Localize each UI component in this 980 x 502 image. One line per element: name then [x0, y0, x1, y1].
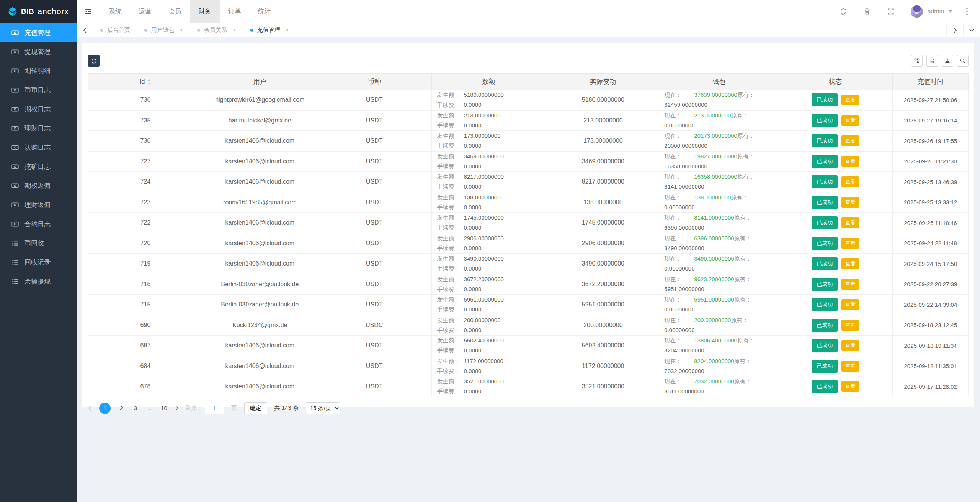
sidebar-item-finance-rebate[interactable]: 理财返佣: [0, 195, 77, 214]
sidebar-item-coin-recycle[interactable]: 币回收: [0, 233, 77, 253]
tab-close-icon[interactable]: ×: [286, 27, 289, 33]
view-button[interactable]: 查看: [841, 197, 859, 208]
column-header-id[interactable]: id: [88, 74, 203, 90]
logo-brand-name: anchorx: [38, 7, 69, 16]
status-badge[interactable]: 已成功: [812, 339, 838, 352]
status-badge[interactable]: 已成功: [812, 278, 838, 291]
status-badge[interactable]: 已成功: [812, 196, 838, 209]
view-button[interactable]: 查看: [841, 217, 859, 228]
column-header-wallet[interactable]: 钱包: [660, 74, 778, 90]
sidebar-item-transfer-detail[interactable]: 划转明细: [0, 61, 77, 80]
view-button[interactable]: 查看: [841, 320, 859, 331]
sidebar-item-mining-log[interactable]: 挖矿日志: [0, 157, 77, 176]
view-button[interactable]: 查看: [841, 361, 859, 372]
fee-label: 手续费：: [437, 286, 460, 292]
wallet-now-label: 现在：: [664, 254, 694, 264]
sidebar-item-recharge-manage[interactable]: 充值管理: [0, 23, 77, 42]
sidebar-item-withdraw-manage[interactable]: 提现管理: [0, 42, 77, 61]
columns-button[interactable]: [911, 55, 923, 67]
nav-item-system[interactable]: 系统: [100, 0, 130, 23]
page-number-1[interactable]: 1: [99, 403, 111, 414]
status-badge[interactable]: 已成功: [812, 298, 838, 311]
tab-close-icon[interactable]: ×: [180, 27, 183, 33]
nav-item-order[interactable]: 订单: [220, 0, 250, 23]
print-button[interactable]: [926, 55, 938, 67]
status-badge[interactable]: 已成功: [812, 360, 838, 373]
status-badge[interactable]: 已成功: [812, 155, 838, 168]
more-vertical-icon[interactable]: [964, 8, 970, 15]
search-button[interactable]: [957, 55, 969, 67]
nav-item-finance[interactable]: 财务: [190, 0, 220, 23]
tab-recharge-manage[interactable]: 充值管理×: [243, 23, 296, 37]
status-badge[interactable]: 已成功: [812, 134, 838, 147]
collapse-sidebar-button[interactable]: [77, 0, 100, 23]
tabs-scroll-left-button[interactable]: [77, 23, 93, 37]
status-badge[interactable]: 已成功: [812, 257, 838, 270]
status-badge[interactable]: 已成功: [812, 114, 838, 127]
fullscreen-icon[interactable]: [887, 8, 895, 15]
logo-cube-icon: [8, 7, 18, 16]
nav-item-operation[interactable]: 运营: [130, 0, 160, 23]
status-badge[interactable]: 已成功: [812, 175, 838, 188]
print-icon: [929, 58, 935, 64]
view-button[interactable]: 查看: [841, 115, 859, 126]
sidebar-item-option-rebate[interactable]: 期权返佣: [0, 176, 77, 195]
wallet-before-label: 原有：: [734, 235, 751, 241]
column-header-amount[interactable]: 数额: [431, 74, 546, 90]
tab-member-relation[interactable]: 会员关系×: [190, 23, 243, 37]
sidebar-item-option-log[interactable]: 期权日志: [0, 99, 77, 119]
page-number-2[interactable]: 2: [118, 405, 125, 411]
goto-page-input[interactable]: [205, 403, 224, 414]
tabs-scroll-right-button[interactable]: [946, 23, 963, 37]
view-button[interactable]: 查看: [841, 340, 859, 351]
tab-close-icon[interactable]: ×: [232, 27, 236, 33]
view-button[interactable]: 查看: [841, 176, 859, 187]
view-button[interactable]: 查看: [841, 381, 859, 392]
export-button[interactable]: [942, 55, 953, 67]
status-badge[interactable]: 已成功: [812, 237, 838, 250]
sidebar-item-finance-log[interactable]: 理财日志: [0, 119, 77, 138]
logo[interactable]: BiB anchorx: [0, 0, 77, 23]
sidebar-item-subscribe-log[interactable]: 认购日志: [0, 138, 77, 157]
user-menu[interactable]: admin: [911, 5, 952, 18]
status-badge[interactable]: 已成功: [812, 93, 838, 106]
view-button[interactable]: 查看: [841, 156, 859, 167]
view-button[interactable]: 查看: [841, 258, 859, 269]
view-button[interactable]: 查看: [841, 95, 859, 105]
nav-item-statistics[interactable]: 统计: [250, 0, 279, 23]
page-number-3[interactable]: 3: [132, 405, 139, 411]
view-button[interactable]: 查看: [841, 299, 859, 310]
page-prev-button[interactable]: [88, 406, 92, 411]
page-next-button[interactable]: [175, 406, 179, 411]
trash-icon[interactable]: [863, 8, 871, 15]
sidebar-item-spot-log[interactable]: 币币日志: [0, 80, 77, 99]
view-button[interactable]: 查看: [841, 238, 859, 249]
status-badge[interactable]: 已成功: [812, 216, 838, 229]
page-number-10[interactable]: 10: [161, 405, 168, 411]
nav-item-member[interactable]: 会员: [160, 0, 190, 23]
column-header-actual[interactable]: 实际变动: [546, 74, 660, 90]
confirm-button[interactable]: 确定: [244, 402, 267, 414]
amount-value: 3521.00000000: [464, 378, 504, 385]
sidebar-item-contract-log[interactable]: 合约日志: [0, 214, 77, 233]
status-badge[interactable]: 已成功: [812, 319, 838, 332]
banknote-icon: [11, 67, 19, 75]
page-size-select[interactable]: 15 条/页: [306, 402, 340, 414]
sidebar-item-balance-withdraw[interactable]: 余额提现: [0, 272, 77, 291]
column-header-coin[interactable]: 币种: [317, 74, 431, 90]
table-refresh-button[interactable]: [88, 55, 100, 67]
sidebar-item-label: 认购日志: [24, 143, 51, 152]
sidebar-item-recycle-record[interactable]: 回收记录: [0, 253, 77, 272]
cell-user: karsten1406@icloud.com: [203, 233, 317, 254]
refresh-icon[interactable]: [840, 8, 847, 15]
tab-home[interactable]: 后台首页: [93, 23, 137, 37]
view-button[interactable]: 查看: [841, 279, 859, 290]
banknote-icon: [11, 220, 19, 228]
column-header-status[interactable]: 状态: [778, 74, 893, 90]
tab-user-wallet[interactable]: 用户钱包×: [137, 23, 190, 37]
column-header-user[interactable]: 用户: [203, 74, 317, 90]
view-button[interactable]: 查看: [841, 135, 859, 146]
status-badge[interactable]: 已成功: [812, 380, 838, 393]
column-header-time[interactable]: 充值时间: [893, 74, 969, 90]
tabs-menu-button[interactable]: [963, 23, 980, 37]
